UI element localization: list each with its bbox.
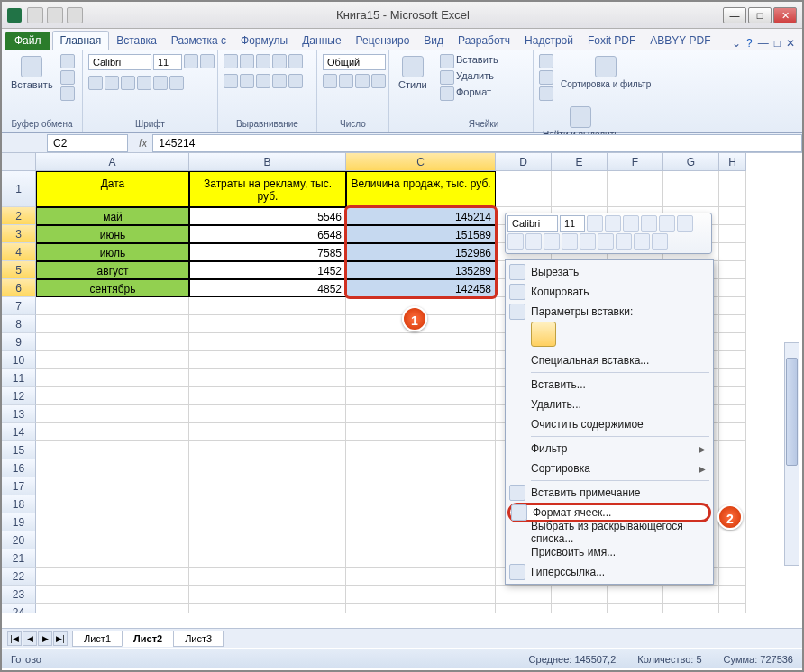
- cell-H6[interactable]: [719, 279, 746, 297]
- cell-H1[interactable]: [719, 171, 746, 207]
- orientation-icon[interactable]: [272, 54, 287, 68]
- cell-C19[interactable]: [346, 513, 496, 531]
- ctx-define-name[interactable]: Присвоить имя...: [506, 542, 713, 562]
- ctx-sort[interactable]: Сортировка▶: [506, 459, 713, 478]
- cell-A21[interactable]: [36, 549, 189, 568]
- col-header-E[interactable]: E: [552, 153, 608, 171]
- cell-B11[interactable]: [189, 369, 346, 387]
- tab-view[interactable]: Вид: [416, 32, 451, 50]
- tab-abbyy[interactable]: ABBYY PDF: [643, 32, 717, 50]
- tab-nav-prev[interactable]: ◀: [23, 631, 37, 646]
- shrink-font-icon[interactable]: [200, 54, 215, 68]
- cell-A8[interactable]: [36, 315, 189, 333]
- paste-button[interactable]: Вставить: [7, 54, 57, 92]
- cell-B14[interactable]: [189, 423, 346, 441]
- cell-B9[interactable]: [189, 333, 346, 351]
- mini-border-icon[interactable]: [544, 233, 560, 250]
- row-header-21[interactable]: 21: [2, 549, 36, 568]
- cell-H16[interactable]: [719, 459, 746, 477]
- cell-C18[interactable]: [346, 495, 496, 513]
- fill-color-icon[interactable]: [153, 76, 168, 90]
- ctx-hyperlink[interactable]: Гиперссылка...: [506, 562, 713, 582]
- row-header-23[interactable]: 23: [2, 586, 36, 604]
- formula-input[interactable]: 145214: [152, 134, 802, 152]
- cell-B22[interactable]: [189, 568, 346, 586]
- cell-B20[interactable]: [189, 531, 346, 549]
- ctx-insert-comment[interactable]: Вставить примечание: [506, 483, 713, 503]
- cell-A4[interactable]: июль: [36, 243, 189, 261]
- cell-F23[interactable]: [608, 586, 663, 604]
- cell-C13[interactable]: [346, 405, 496, 423]
- cell-B4[interactable]: 7585: [189, 243, 346, 261]
- cell-C11[interactable]: [346, 369, 496, 387]
- cell-H24[interactable]: [719, 604, 746, 613]
- inc-decimal-icon[interactable]: [371, 74, 386, 88]
- tab-developer[interactable]: Разработч: [451, 32, 517, 50]
- cell-B21[interactable]: [189, 549, 346, 568]
- styles-button[interactable]: Стили: [395, 54, 431, 92]
- cell-A6[interactable]: сентябрь: [36, 279, 189, 297]
- cell-A10[interactable]: [36, 351, 189, 369]
- cell-C14[interactable]: [346, 423, 496, 441]
- font-size-select[interactable]: [153, 54, 182, 70]
- mini-currency-icon[interactable]: [623, 215, 639, 232]
- tab-data[interactable]: Данные: [295, 32, 348, 50]
- row-header-10[interactable]: 10: [2, 351, 36, 369]
- sheet-tab-3[interactable]: Лист3: [173, 631, 224, 647]
- align-left-icon[interactable]: [224, 74, 238, 88]
- col-header-C[interactable]: C: [346, 153, 496, 171]
- row-header-13[interactable]: 13: [2, 405, 36, 423]
- tab-review[interactable]: Рецензиро: [349, 32, 417, 50]
- row-header-15[interactable]: 15: [2, 441, 36, 459]
- cell-C21[interactable]: [346, 549, 496, 568]
- minimize-ribbon-icon[interactable]: ⌄: [732, 37, 741, 50]
- row-header-2[interactable]: 2: [2, 207, 36, 225]
- fx-icon[interactable]: fx: [139, 137, 147, 150]
- row-header-22[interactable]: 22: [2, 568, 36, 586]
- mini-bold-icon[interactable]: [507, 233, 524, 250]
- cell-C5[interactable]: 135289: [346, 261, 496, 279]
- cell-E23[interactable]: [552, 586, 608, 604]
- row-header-5[interactable]: 5: [2, 261, 36, 279]
- undo-icon[interactable]: [47, 7, 63, 23]
- row-header-24[interactable]: 24: [2, 604, 36, 613]
- cell-F24[interactable]: [608, 604, 663, 613]
- cell-H22[interactable]: [719, 568, 746, 586]
- mini-format-icon[interactable]: [677, 215, 693, 232]
- align-middle-icon[interactable]: [240, 54, 254, 68]
- cell-G1[interactable]: [663, 171, 719, 207]
- cell-D1[interactable]: [496, 171, 552, 207]
- mini-fill-icon[interactable]: [562, 233, 578, 250]
- cell-B19[interactable]: [189, 513, 346, 531]
- format-cells-icon[interactable]: [440, 86, 454, 101]
- comma-icon[interactable]: [355, 74, 370, 88]
- indent-dec-icon[interactable]: [272, 74, 287, 88]
- cell-H23[interactable]: [719, 586, 746, 604]
- font-color-icon[interactable]: [169, 76, 184, 90]
- mini-font-select[interactable]: [507, 215, 558, 232]
- cell-E24[interactable]: [552, 604, 608, 613]
- col-header-D[interactable]: D: [496, 153, 552, 171]
- cell-H15[interactable]: [719, 441, 746, 459]
- cell-A23[interactable]: [36, 586, 189, 604]
- cell-B7[interactable]: [189, 297, 346, 315]
- tab-page-layout[interactable]: Разметка с: [164, 32, 233, 50]
- cell-A20[interactable]: [36, 531, 189, 549]
- align-top-icon[interactable]: [224, 54, 238, 68]
- row-header-20[interactable]: 20: [2, 531, 36, 549]
- cell-C15[interactable]: [346, 441, 496, 459]
- font-name-select[interactable]: [88, 54, 151, 70]
- tab-addins[interactable]: Надстрой: [517, 32, 580, 50]
- insert-cells-icon[interactable]: [440, 54, 454, 68]
- sheet-tab-1[interactable]: Лист1: [72, 631, 123, 647]
- cell-C20[interactable]: [346, 531, 496, 549]
- cell-A17[interactable]: [36, 477, 189, 495]
- cell-C9[interactable]: [346, 333, 496, 351]
- wrap-text-icon[interactable]: [288, 54, 303, 68]
- cell-C1[interactable]: Величина продаж, тыс. руб.: [346, 171, 496, 207]
- mini-grow-icon[interactable]: [587, 215, 603, 232]
- cell-A18[interactable]: [36, 495, 189, 513]
- tab-foxit[interactable]: Foxit PDF: [580, 32, 643, 50]
- cell-A16[interactable]: [36, 459, 189, 477]
- row-header-3[interactable]: 3: [2, 225, 36, 243]
